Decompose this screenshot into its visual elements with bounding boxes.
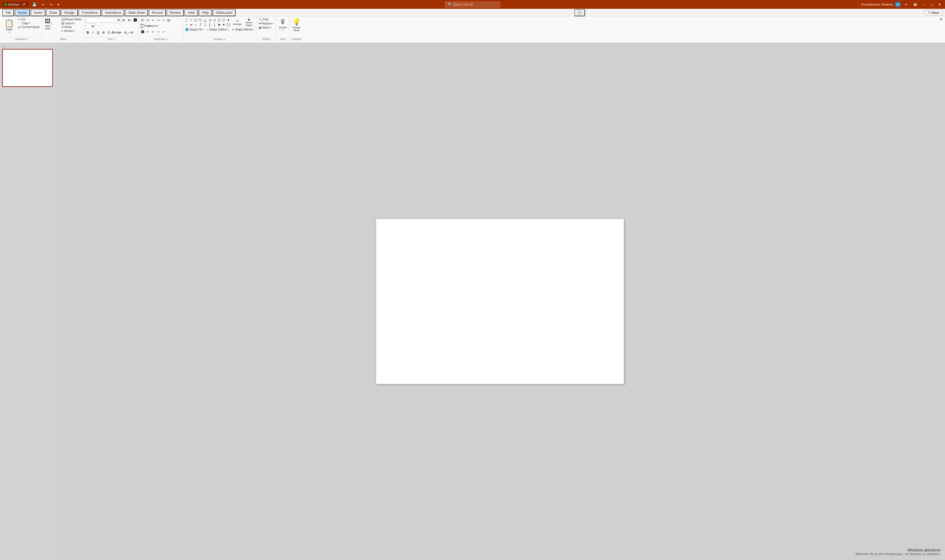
shape-arrow2[interactable]: ⇒ [189, 23, 193, 27]
clear-formatting[interactable]: 🅰 [133, 18, 137, 23]
shape-tri[interactable]: △ [203, 18, 207, 22]
reset-button[interactable]: ↺ Reset [60, 25, 83, 29]
shape-penta[interactable]: ⬠ [217, 18, 221, 22]
dictate-button[interactable]: 🎙 Dictate ▾ [277, 18, 288, 32]
increase-indent-button[interactable]: ⇥ [156, 18, 161, 23]
underline-button[interactable]: U [96, 30, 101, 35]
save-button[interactable]: 💾 [31, 2, 38, 7]
shape-4star[interactable]: ✦ [222, 23, 226, 27]
minimize-button[interactable]: ─ [921, 2, 927, 7]
menu-transitions[interactable]: Transitions [79, 9, 101, 16]
reuse-slides-button[interactable]: 🔄 Reuse Slides [60, 18, 83, 21]
shape-rect[interactable]: □ [189, 18, 193, 22]
search-input[interactable] [453, 3, 497, 6]
justify-button[interactable]: ≡ [156, 29, 161, 34]
menu-animations[interactable]: Animations [102, 9, 124, 16]
align-right-button[interactable]: ≡ [151, 29, 156, 34]
menu-insert[interactable]: Insert [31, 9, 45, 16]
redo-button[interactable]: ↪ [48, 2, 54, 7]
search-box[interactable]: 🔍 [445, 2, 500, 8]
menu-home[interactable]: Home [15, 9, 30, 16]
shape-more[interactable]: ▾ [226, 18, 231, 22]
character-spacing-button[interactable]: AV▾ [111, 30, 116, 35]
center-button[interactable]: ≡ [145, 29, 150, 34]
shape-fill-button[interactable]: 🪣 Shape Fill ▾ [184, 28, 205, 31]
pen-icon-button[interactable]: ✏ [903, 2, 910, 7]
menu-record[interactable]: Record [149, 9, 166, 16]
font-size-increase[interactable]: A↑ [122, 18, 126, 23]
decrease-indent-button[interactable]: ⇤ [151, 18, 156, 23]
bullets-button[interactable]: ☰▾ [140, 18, 145, 23]
shape-dia[interactable]: ◇ [212, 18, 217, 22]
copy-button[interactable]: 📄 Copy ▾ [17, 22, 41, 25]
text-highlight-button[interactable]: A▾ [129, 30, 134, 35]
design-ideas-icon: 💡 [293, 18, 301, 26]
presenter-button[interactable]: 📽 [912, 2, 919, 7]
shape-snip[interactable]: ⬡ [198, 18, 202, 22]
paste-button[interactable]: 📋 Paste ▾ [2, 18, 16, 35]
strikethrough-button[interactable]: S [101, 30, 106, 35]
find-button[interactable]: 🔍 Find [257, 18, 269, 21]
menu-view[interactable]: View [184, 9, 198, 16]
shape-bracket2[interactable]: } [212, 23, 217, 27]
font-size-select[interactable] [85, 24, 95, 29]
menu-design[interactable]: Design [61, 9, 78, 16]
format-painter-button[interactable]: 🖌 Format Painter [17, 25, 41, 29]
design-ideas-button[interactable]: 💡 DesignIdeas [291, 18, 302, 32]
shape-arrow5[interactable]: ⤵ [203, 23, 207, 27]
shape-balloon[interactable]: 💬 [226, 23, 231, 27]
columns-button[interactable]: ▥▾ [166, 18, 171, 23]
paragraph-expand[interactable]: ↘ [166, 38, 168, 40]
menu-help[interactable]: Help [199, 9, 212, 16]
align-left-button[interactable]: ⬛ [140, 29, 145, 34]
font-size-decrease[interactable]: A↓ [127, 18, 132, 23]
font-name-select[interactable] [85, 18, 121, 23]
numbering-button[interactable]: ①▾ [145, 18, 150, 23]
shape-arrow1[interactable]: → [184, 23, 188, 27]
drawing-expand[interactable]: ↘ [224, 38, 226, 40]
slide-canvas[interactable] [376, 219, 624, 384]
bold-button[interactable]: B [85, 30, 90, 35]
shape-bracket1[interactable]: { [208, 23, 212, 27]
menu-draw[interactable]: Draw [46, 9, 60, 16]
slide-thumbnail-1[interactable] [2, 49, 53, 87]
shape-hex[interactable]: ⬡ [222, 18, 226, 22]
section-button[interactable]: ≡ Section ▾ [60, 29, 83, 33]
font-color-button[interactable]: A_▾ [124, 30, 129, 35]
shape-arrow3[interactable]: ↔ [193, 23, 198, 27]
menu-file[interactable]: File [2, 9, 14, 16]
shape-effects-button[interactable]: ✦ Shape Effects ▾ [231, 28, 255, 31]
shape-rounded-rect[interactable]: ▢ [193, 18, 198, 22]
clipboard-expand[interactable]: ↘ [26, 38, 28, 40]
italic-button[interactable]: I [91, 30, 96, 35]
comment-button[interactable]: 💬 [574, 9, 585, 16]
menu-review[interactable]: Review [166, 9, 184, 16]
shape-rtri[interactable]: ◁ [208, 18, 212, 22]
autosave-badge[interactable]: AutoSave Off [2, 2, 29, 6]
change-case-button[interactable]: Aa▾ [117, 30, 122, 35]
shape-star[interactable]: ★ [217, 23, 221, 27]
line-spacing-button[interactable]: ↕▾ [161, 18, 166, 23]
select-button[interactable]: ▣ Select ▾ [257, 26, 273, 29]
line-spacing-btn2[interactable]: ↕▾ [161, 29, 166, 34]
convert-smartart-button[interactable]: SmartArt [151, 23, 156, 28]
share-button[interactable]: ↗ Share [924, 10, 943, 15]
new-slide-button[interactable]: 🖼 NewSlide ▾ [43, 18, 60, 31]
cut-button[interactable]: ✂ Cut [17, 18, 41, 21]
arrange-button[interactable]: ⧉ Arrange [231, 19, 243, 26]
shape-outline-button[interactable]: □ Shape Outline ▾ [206, 28, 230, 31]
quick-styles-button[interactable]: ▣ QuickStyles [244, 18, 254, 27]
ribbon-collapse-button[interactable]: ▲ [939, 17, 943, 21]
undo-button[interactable]: ↩ [40, 2, 46, 7]
maximize-button[interactable]: □ [929, 2, 934, 7]
replace-button[interactable]: ⇄ Replace ▾ [257, 22, 275, 25]
font-expand[interactable]: ↘ [113, 38, 115, 40]
menu-slidelizard[interactable]: SlideLizard [213, 9, 236, 16]
shape-line[interactable]: ╱ [184, 18, 188, 22]
layout-button[interactable]: ▤ Layout ▾ [60, 22, 83, 25]
shape-arrow4[interactable]: ⤴ [198, 23, 202, 27]
menu-slideshow[interactable]: Slide Show [125, 9, 148, 16]
text-shadow-button[interactable]: S [106, 30, 111, 35]
customize-button[interactable]: ▾ [56, 2, 61, 7]
close-button[interactable]: ✕ [936, 2, 943, 7]
